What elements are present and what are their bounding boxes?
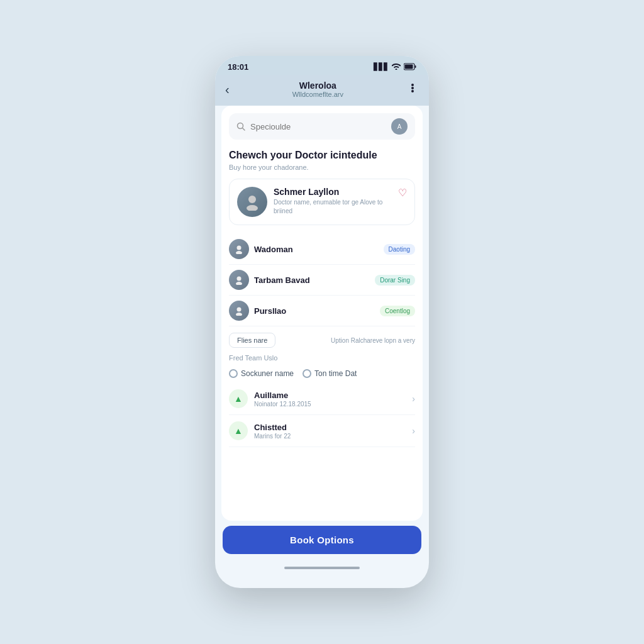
- doctor-avatar-3: [229, 301, 249, 321]
- slot-name-2: Chistted: [254, 423, 406, 432]
- doctor-badge-1: Daoting: [384, 244, 415, 255]
- search-icon: [236, 122, 245, 131]
- nav-title: Wleroloa Wlldcomeflte.arv: [292, 80, 343, 98]
- filter-options: Sockuner name Ton time Dat: [229, 369, 415, 378]
- nav-title-main: Wleroloa: [292, 80, 343, 91]
- slot-date-2: Marins for 22: [254, 433, 406, 440]
- book-options-button[interactable]: Book Options: [223, 526, 421, 554]
- see-more-button[interactable]: Flies nare: [229, 333, 275, 348]
- slot-row-2[interactable]: ▲ Chistted Marins for 22 ›: [229, 415, 415, 447]
- doctor-row-3[interactable]: Pursllao Coentlog: [229, 296, 415, 326]
- svg-point-13: [236, 282, 242, 285]
- svg-point-12: [237, 277, 242, 281]
- slot-date-1: Noinator 12.18.2015: [254, 401, 406, 408]
- filter-option-2[interactable]: Ton time Dat: [303, 369, 357, 378]
- filter-icon[interactable]: [406, 82, 419, 97]
- slot-row-1[interactable]: ▲ Auillame Noinator 12.18.2015 ›: [229, 383, 415, 415]
- doctor-name-2: Tarbam Bavad: [254, 275, 370, 285]
- slot-icon-1: ▲: [229, 389, 248, 408]
- slot-name-1: Auillame: [254, 391, 406, 400]
- doctor-name-3: Pursllao: [254, 306, 375, 316]
- radio-circle-2: [303, 369, 311, 378]
- signal-icon: ▋▋▋: [374, 63, 389, 71]
- status-bar: 18:01 ▋▋▋: [215, 56, 429, 75]
- nav-title-sub: Wlldcomeflte.arv: [292, 91, 343, 98]
- slot-info-2: Chistted Marins for 22: [254, 423, 406, 440]
- svg-point-3: [411, 84, 414, 86]
- filter-label-2: Ton time Dat: [314, 369, 357, 378]
- battery-icon: [404, 63, 416, 72]
- radio-circle-1: [229, 369, 238, 378]
- section-title: Chewch your Doctor icintedule: [229, 150, 415, 161]
- svg-point-5: [411, 90, 414, 92]
- main-content: A Chewch your Doctor icintedule Buy hore…: [221, 106, 423, 521]
- svg-rect-2: [405, 64, 413, 69]
- svg-rect-1: [415, 65, 416, 68]
- phone-frame: 18:01 ▋▋▋ ‹ Wleroloa Wlldcomeflte.arv: [215, 56, 429, 588]
- svg-point-4: [411, 87, 414, 89]
- wifi-icon: [392, 63, 401, 71]
- nav-bar: ‹ Wleroloa Wlldcomeflte.arv: [215, 75, 429, 106]
- doctor-badge-3: Coentlog: [380, 306, 415, 316]
- featured-doctor-card[interactable]: Schmer Layllon Doctor name, enumable tor…: [229, 179, 415, 225]
- doctor-list: Wadoman Daoting Tarbam Bavad Dorar Sing …: [229, 234, 415, 326]
- svg-point-11: [236, 251, 242, 254]
- home-indicator: [284, 567, 360, 569]
- doctor-avatar-1: [229, 239, 249, 259]
- chevron-icon-2: ›: [412, 426, 415, 436]
- featured-info: Schmer Layllon Doctor name, enumable tor…: [274, 187, 392, 216]
- svg-point-9: [247, 205, 258, 211]
- doctor-badge-2: Dorar Sing: [375, 275, 415, 286]
- filter-option-1[interactable]: Sockuner name: [229, 369, 294, 378]
- see-more-desc: Uption Ralchareve lopn a very: [331, 337, 415, 344]
- slot-icon-2: ▲: [229, 421, 248, 440]
- doctor-avatar-2: [229, 270, 249, 290]
- doctor-avatar-icon: [243, 193, 261, 211]
- filter-label-1: Sockuner name: [241, 369, 294, 378]
- svg-point-14: [237, 308, 242, 312]
- svg-point-8: [248, 196, 256, 203]
- doctor-row-1[interactable]: Wadoman Daoting: [229, 234, 415, 265]
- search-avatar: A: [391, 118, 408, 135]
- slot-list: ▲ Auillame Noinator 12.18.2015 › ▲ Chist…: [229, 383, 415, 447]
- time-display: 18:01: [228, 62, 248, 72]
- svg-point-15: [236, 313, 242, 316]
- filter-label: Fred Team Uslo: [229, 354, 415, 362]
- search-bar: A: [229, 113, 415, 140]
- slot-info-1: Auillame Noinator 12.18.2015: [254, 391, 406, 408]
- doctor-row-2[interactable]: Tarbam Bavad Dorar Sing: [229, 265, 415, 296]
- search-input[interactable]: [250, 122, 386, 131]
- svg-point-10: [237, 246, 242, 250]
- chevron-icon-1: ›: [412, 394, 415, 404]
- back-button[interactable]: ‹: [225, 82, 230, 97]
- svg-line-7: [243, 128, 245, 131]
- featured-desc: Doctor name, enumable tor ge Alove to br…: [274, 198, 392, 216]
- favorite-icon[interactable]: ♡: [398, 187, 407, 199]
- section-subtitle: Buy hore your chadorane.: [229, 164, 415, 171]
- featured-avatar: [237, 187, 267, 217]
- doctor-name-1: Wadoman: [254, 245, 379, 254]
- featured-name: Schmer Layllon: [274, 187, 392, 197]
